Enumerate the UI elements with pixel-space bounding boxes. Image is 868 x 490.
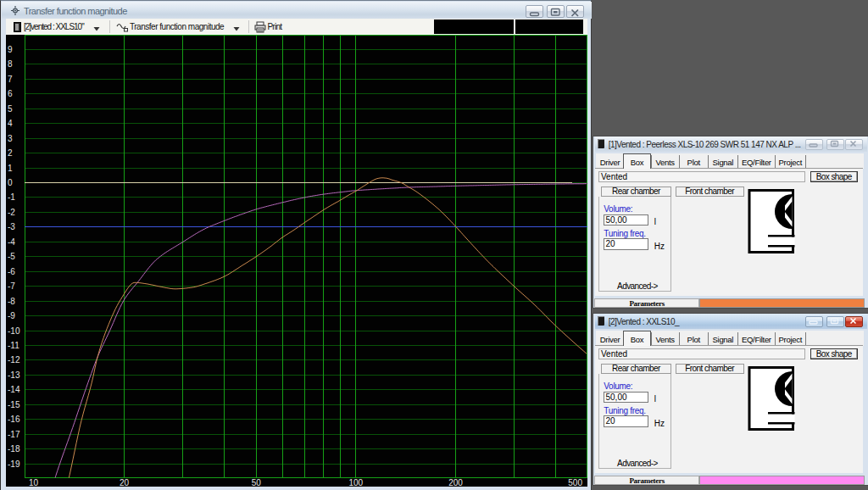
svg-text:8: 8 bbox=[8, 59, 13, 69]
svg-text:7: 7 bbox=[8, 75, 13, 84]
svg-text:200: 200 bbox=[448, 478, 463, 487]
svg-text:20: 20 bbox=[120, 478, 130, 487]
svg-text:10: 10 bbox=[29, 478, 39, 487]
svg-text:-18: -18 bbox=[8, 444, 20, 454]
svg-text:-13: -13 bbox=[8, 370, 20, 380]
svg-text:3: 3 bbox=[8, 134, 13, 143]
svg-text:-2: -2 bbox=[8, 208, 15, 217]
svg-text:-11: -11 bbox=[8, 341, 19, 350]
svg-text:-1: -1 bbox=[8, 192, 15, 202]
svg-text:2: 2 bbox=[8, 148, 13, 158]
svg-text:6: 6 bbox=[8, 89, 13, 98]
svg-text:50: 50 bbox=[252, 478, 262, 487]
svg-text:100: 100 bbox=[348, 478, 363, 487]
svg-text:-10: -10 bbox=[8, 326, 20, 336]
svg-text:-5: -5 bbox=[8, 252, 15, 261]
svg-text:5: 5 bbox=[8, 104, 13, 114]
svg-text:-6: -6 bbox=[8, 267, 15, 276]
svg-text:1: 1 bbox=[8, 164, 13, 173]
svg-text:-16: -16 bbox=[8, 415, 20, 424]
svg-text:0: 0 bbox=[8, 178, 13, 187]
svg-text:-15: -15 bbox=[8, 400, 20, 409]
svg-text:-14: -14 bbox=[8, 385, 20, 394]
svg-text:-19: -19 bbox=[8, 459, 20, 469]
svg-text:-9: -9 bbox=[8, 311, 15, 320]
svg-text:-7: -7 bbox=[8, 281, 15, 291]
svg-text:-8: -8 bbox=[8, 297, 15, 306]
svg-text:-3: -3 bbox=[8, 222, 15, 231]
svg-text:-4: -4 bbox=[8, 237, 15, 247]
svg-text:-17: -17 bbox=[8, 430, 20, 439]
svg-text:9: 9 bbox=[8, 45, 13, 54]
svg-text:-12: -12 bbox=[8, 355, 20, 365]
svg-text:4: 4 bbox=[8, 119, 13, 128]
svg-text:500: 500 bbox=[568, 478, 582, 487]
